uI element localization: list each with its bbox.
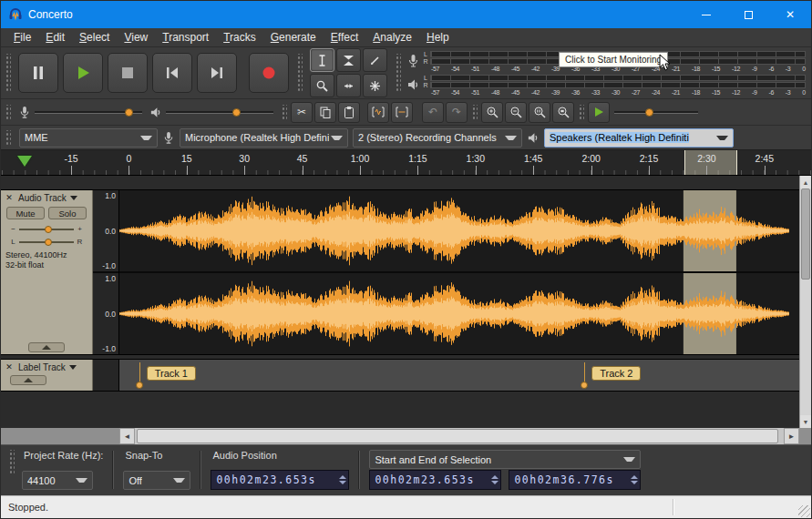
label-marker[interactable]: Track 1 [139, 360, 140, 391]
collapse-track-button[interactable] [28, 342, 65, 352]
record-button[interactable] [249, 53, 289, 93]
stop-button[interactable] [108, 53, 148, 93]
play-speed-slider[interactable] [614, 107, 698, 117]
menu-item-edit[interactable]: Edit [38, 29, 72, 46]
selection-range-mode-combo[interactable]: Start and End of Selection [369, 450, 641, 469]
scroll-up-icon[interactable]: ▲ [800, 176, 811, 188]
recording-volume-slider[interactable] [35, 107, 142, 117]
silence-audio-button[interactable] [391, 102, 413, 123]
mute-button[interactable]: Mute [6, 207, 45, 219]
track-menu-icon[interactable] [70, 196, 77, 200]
label-handle-icon[interactable] [581, 382, 588, 389]
pause-button[interactable] [18, 53, 58, 93]
scale-value: -1.0 [102, 261, 116, 270]
undo-button[interactable]: ↶ [422, 102, 444, 123]
playback-device-combo[interactable]: Speakers (Realtek High Definiti [544, 128, 734, 148]
play-speed-grabber[interactable] [578, 105, 584, 120]
trim-audio-button[interactable] [367, 102, 389, 123]
audio-host-combo[interactable]: MME [19, 128, 158, 148]
label-text[interactable]: Track 2 [591, 366, 641, 381]
menu-item-help[interactable]: Help [419, 29, 457, 46]
menu-item-transport[interactable]: Transport [155, 29, 216, 46]
vertical-scroll-thumb[interactable] [801, 188, 810, 280]
recording-device-combo[interactable]: Microphone (Realtek High Defini [180, 128, 348, 148]
menu-item-effect[interactable]: Effect [324, 29, 365, 46]
pan-slider[interactable] [19, 237, 74, 247]
menu-item-file[interactable]: File [6, 29, 38, 46]
recording-channels-combo[interactable]: 2 (Stereo) Recording Channels [353, 128, 522, 148]
menu-item-analyze[interactable]: Analyze [365, 29, 419, 46]
meter-toolbar-grabber[interactable] [395, 54, 401, 93]
scroll-left-icon[interactable]: ◄ [119, 428, 135, 444]
spinner-icon[interactable] [631, 475, 638, 484]
close-track-button[interactable]: ✕ [4, 361, 15, 372]
close-button[interactable]: ✕ [769, 1, 811, 28]
gain-slider[interactable] [19, 224, 74, 234]
selection-end-field[interactable]: 00h02m36.776s [509, 470, 641, 490]
tools-toolbar-grabber[interactable] [296, 54, 303, 93]
record-volume-grabber[interactable] [5, 105, 11, 120]
paste-button[interactable] [338, 102, 360, 123]
spinner-icon[interactable] [339, 475, 346, 484]
scroll-right-icon[interactable]: ► [784, 428, 799, 444]
collapse-track-button[interactable] [10, 375, 46, 385]
playback-meter[interactable]: L R -57-54-51-48-45-42-39-36-33-30-27-24… [406, 74, 806, 96]
playback-volume-slider[interactable] [166, 107, 273, 117]
play-at-speed-button[interactable] [588, 102, 610, 123]
multi-tool-button[interactable] [363, 74, 387, 97]
playhead-pin[interactable] [17, 156, 32, 167]
scroll-down-icon[interactable]: ▼ [800, 415, 811, 428]
close-track-button[interactable]: ✕ [4, 192, 15, 203]
transport-toolbar-grabber[interactable] [5, 54, 11, 93]
menu-item-view[interactable]: View [117, 29, 155, 46]
play-button[interactable] [63, 53, 103, 93]
zoom-in-button[interactable] [481, 102, 503, 123]
zoom-out-button[interactable] [505, 102, 527, 123]
skip-to-start-button[interactable] [152, 53, 192, 93]
project-rate-combo[interactable]: 44100 [22, 471, 93, 490]
menu-item-generate[interactable]: Generate [263, 29, 324, 46]
solo-button[interactable]: Solo [48, 207, 87, 219]
menu-item-select[interactable]: Select [72, 29, 117, 46]
fit-project-button[interactable] [552, 102, 574, 123]
minimize-button[interactable] [685, 1, 727, 28]
draw-tool-button[interactable] [363, 48, 387, 72]
waveform-left-channel[interactable] [119, 190, 789, 271]
audio-position-field[interactable]: 00h02m23.653s [211, 470, 349, 490]
menu-item-tracks[interactable]: Tracks [216, 29, 263, 46]
waveform-display[interactable] [119, 190, 800, 354]
selection-toolbar: Project Rate (Hz): 44100 Snap-To Off Aud… [1, 444, 811, 495]
vertical-scale-ruler[interactable]: 1.0 0.0 -1.0 1.0 0.0 -1.0 [93, 190, 119, 354]
spinner-icon[interactable] [491, 475, 499, 484]
label-handle-icon[interactable] [136, 382, 143, 389]
horizontal-scrollbar[interactable]: ◄ ► [119, 428, 799, 444]
device-toolbar-grabber[interactable] [5, 130, 11, 145]
fit-selection-button[interactable] [529, 102, 550, 123]
selection-start-field[interactable]: 00h02m23.653s [369, 470, 501, 490]
zoom-tool-button[interactable] [310, 74, 334, 97]
silence-icon [395, 106, 409, 118]
envelope-tool-button[interactable] [336, 48, 361, 72]
skip-to-end-button[interactable] [197, 53, 237, 93]
redo-button[interactable]: ↷ [446, 102, 468, 123]
vertical-scrollbar[interactable]: ▲ ▼ [799, 176, 811, 428]
cut-button[interactable]: ✂ [291, 102, 313, 123]
horizontal-scroll-thumb[interactable] [137, 429, 778, 443]
label-marker[interactable]: Track 2 [584, 360, 585, 391]
resize-grip-icon[interactable] [798, 505, 810, 517]
snap-to-combo[interactable]: Off [123, 471, 190, 490]
horizontal-scroll-track[interactable] [135, 428, 784, 444]
track-menu-icon[interactable] [69, 365, 77, 370]
timeline-ruler[interactable]: -1501530451:001:151:301:452:002:152:302:… [1, 150, 811, 176]
selection-toolbar-grabber[interactable] [8, 450, 15, 473]
edit-toolbar-grabber[interactable] [281, 105, 287, 120]
selection-tool-button[interactable] [310, 48, 334, 72]
label-text[interactable]: Track 1 [147, 366, 196, 381]
title-bar[interactable]: Concerto ✕ [1, 1, 811, 28]
zoom-toolbar-grabber[interactable] [471, 105, 478, 120]
copy-button[interactable] [314, 102, 336, 123]
waveform-right-channel[interactable] [119, 273, 789, 354]
label-track-content[interactable]: Track 1Track 2 [119, 360, 800, 391]
time-shift-tool-button[interactable] [336, 74, 361, 97]
maximize-button[interactable] [727, 1, 769, 28]
